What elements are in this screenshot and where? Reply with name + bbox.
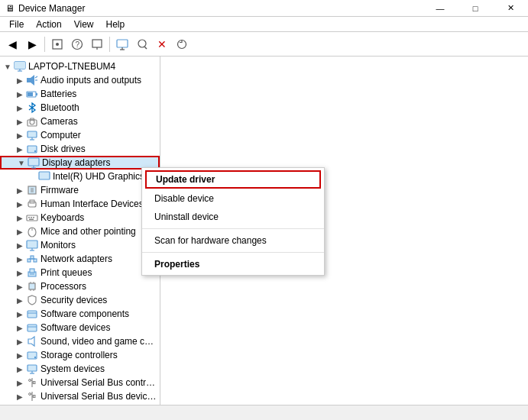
tree-root[interactable]: ▼ LAPTOP-LTNEBUM4 (0, 60, 160, 73)
root-expander[interactable]: ▼ (2, 60, 14, 73)
svg-point-1 (56, 43, 59, 46)
tree-node-sound[interactable]: ▶ Sound, video and game controllers (0, 334, 160, 348)
tree-node-system[interactable]: ▶ System devices (0, 362, 160, 376)
tree-node-display[interactable]: ▼ Display adapters (0, 156, 160, 170)
computer-expander[interactable]: ▶ (14, 128, 26, 142)
device-tree[interactable]: ▼ LAPTOP-LTNEBUM4 ▶ Audio inputs and out… (0, 57, 160, 420)
menu-view[interactable]: View (68, 18, 100, 31)
context-menu-properties[interactable]: Properties (142, 255, 324, 273)
tree-node-audio[interactable]: ▶ Audio inputs and outputs (0, 73, 160, 87)
tree-node-computer[interactable]: ▶ Computer (0, 128, 160, 142)
cameras-expander[interactable]: ▶ (14, 115, 26, 128)
intel-label: Intel(R) UHD Graphics (53, 171, 144, 182)
tree-node-batteries[interactable]: ▶ Batteries (0, 87, 160, 101)
monitors-expander[interactable]: ▶ (14, 238, 26, 252)
tree-node-softwaredevices[interactable]: ▶ Software devices (0, 321, 160, 334)
batteries-expander[interactable]: ▶ (14, 87, 26, 101)
svg-point-71 (34, 357, 36, 358)
mice-expander[interactable]: ▶ (14, 225, 26, 238)
tree-node-monitors[interactable]: ▶ Monitors (0, 238, 160, 252)
security-label: Security devices (40, 295, 107, 305)
close-button[interactable]: ✕ (493, 0, 528, 17)
svg-rect-67 (28, 325, 37, 331)
network-label: Network adapters (40, 254, 112, 264)
swdev-icon (26, 321, 38, 334)
audio-label: Audio inputs and outputs (40, 75, 141, 86)
audio-expander[interactable]: ▶ (14, 73, 26, 87)
main-content: ▼ LAPTOP-LTNEBUM4 ▶ Audio inputs and out… (0, 57, 528, 420)
network-expander[interactable]: ▶ (14, 252, 26, 266)
computer-node-icon (26, 129, 38, 141)
context-menu-sep2 (142, 252, 324, 253)
keyboards-expander[interactable]: ▶ (14, 211, 26, 225)
context-menu-uninstall-device[interactable]: Uninstall device (142, 208, 324, 226)
firmware-expander[interactable]: ▶ (14, 183, 26, 197)
toolbar-scan[interactable] (133, 35, 151, 53)
menu-file[interactable]: File (3, 18, 30, 31)
usb1-expander[interactable]: ▶ (14, 376, 26, 389)
sound-expander[interactable]: ▶ (14, 334, 26, 348)
usb2-expander[interactable]: ▶ (14, 389, 26, 403)
tree-node-cameras[interactable]: ▶ Cameras (0, 115, 160, 128)
toolbar-forward[interactable]: ▶ (23, 35, 41, 53)
processors-expander[interactable]: ▶ (14, 279, 26, 293)
monitors-icon (26, 239, 38, 251)
tree-node-bluetooth[interactable]: ▶ Bluetooth (0, 101, 160, 115)
print-icon (26, 267, 38, 279)
keyboards-label: Keyboards (40, 212, 84, 223)
svg-rect-27 (28, 131, 37, 137)
toolbar-properties[interactable] (48, 35, 66, 53)
menu-bar: File Action View Help (0, 17, 528, 32)
menu-help[interactable]: Help (100, 18, 131, 31)
tree-node-storage[interactable]: ▶ Storage controllers (0, 348, 160, 362)
display-expander[interactable]: ▼ (15, 156, 28, 170)
storage-icon (26, 349, 38, 361)
toolbar-back[interactable]: ◀ (3, 35, 21, 53)
menu-action[interactable]: Action (30, 18, 67, 31)
toolbar-refresh[interactable] (173, 35, 191, 53)
tree-node-hid[interactable]: ▶ Human Interface Devices (0, 197, 160, 211)
keyboards-icon (26, 212, 38, 224)
disk-expander[interactable]: ▶ (14, 142, 26, 156)
minimize-button[interactable]: — (423, 0, 458, 17)
maximize-button[interactable]: □ (458, 0, 493, 17)
hid-expander[interactable]: ▶ (14, 197, 26, 211)
context-menu-update-driver[interactable]: Update driver (145, 170, 321, 189)
tree-node-softwarecomponents[interactable]: ▶ Software components (0, 307, 160, 321)
tree-node-usb1[interactable]: ▶ Universal Serial Bus controllers (0, 376, 160, 389)
display-label: Display adapters (42, 157, 110, 168)
tree-node-security[interactable]: ▶ Security devices (0, 293, 160, 307)
tree-node-network[interactable]: ▶ Network adapters (0, 252, 160, 266)
swcomp-expander[interactable]: ▶ (14, 307, 26, 321)
toolbar-delete[interactable]: ✕ (153, 35, 171, 53)
sound-label: Sound, video and game controllers (40, 336, 157, 347)
tree-node-processors[interactable]: ▶ Processors (0, 279, 160, 293)
usb1-label: Universal Serial Bus controllers (40, 377, 157, 388)
print-expander[interactable]: ▶ (14, 266, 26, 279)
toolbar-help[interactable]: ? (68, 35, 86, 53)
mice-icon (26, 225, 38, 237)
system-expander[interactable]: ▶ (14, 362, 26, 376)
tree-node-mice[interactable]: ▶ Mice and other pointing (0, 225, 160, 238)
tree-node-firmware[interactable]: ▶ Firmware (0, 183, 160, 197)
context-menu-disable-device[interactable]: Disable device (142, 189, 324, 208)
svg-rect-6 (117, 40, 128, 47)
firmware-icon (26, 184, 38, 196)
swdev-expander[interactable]: ▶ (14, 321, 26, 334)
toolbar-update[interactable] (88, 35, 106, 53)
tree-node-print[interactable]: ▶ Print queues (0, 266, 160, 279)
toolbar-monitor[interactable] (113, 35, 131, 53)
audio-icon (26, 74, 38, 86)
context-menu-scan[interactable]: Scan for hardware changes (142, 231, 324, 250)
cameras-label: Cameras (40, 116, 78, 127)
tree-node-disk[interactable]: ▶ Disk drives (0, 142, 160, 156)
security-expander[interactable]: ▶ (14, 293, 26, 307)
tree-node-intel[interactable]: ▶ Intel(R) UHD Graphics (0, 170, 160, 183)
tree-node-usb2[interactable]: ▶ Universal Serial Bus devices (0, 389, 160, 403)
processors-icon (26, 280, 38, 292)
svg-rect-4 (92, 40, 102, 47)
svg-marker-26 (30, 118, 34, 120)
bluetooth-expander[interactable]: ▶ (14, 101, 26, 115)
storage-expander[interactable]: ▶ (14, 348, 26, 362)
tree-node-keyboards[interactable]: ▶ Keyboards (0, 211, 160, 225)
